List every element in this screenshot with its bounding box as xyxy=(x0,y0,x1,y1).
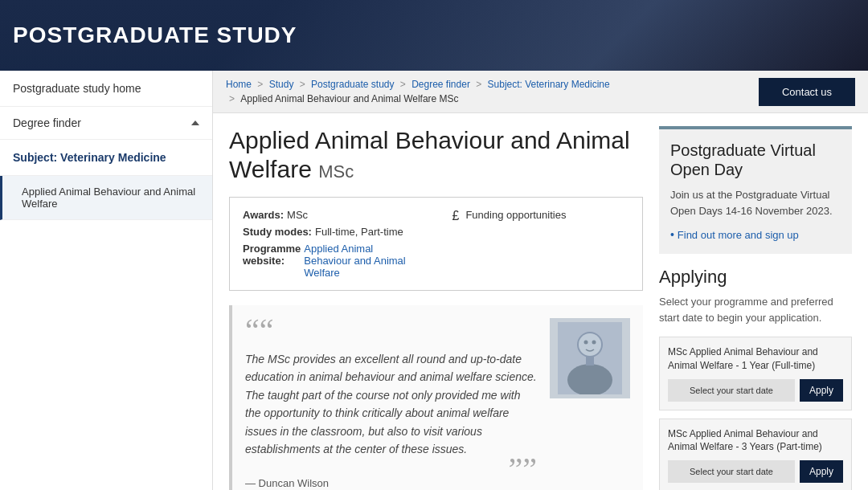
funding-row: £ Funding opportunities xyxy=(452,209,630,223)
applying-title: Applying xyxy=(659,267,852,288)
sidebar-subject-label: Subject: Veterinary Medicine xyxy=(0,140,212,176)
programme-website-link[interactable]: Applied Animal Behaviour and Animal Welf… xyxy=(304,243,420,279)
open-day-link[interactable]: Find out more and sign up xyxy=(678,229,799,241)
apply-card-fulltime-title: MSc Applied Animal Behaviour and Animal … xyxy=(668,345,843,373)
sidebar-item-postgrad-home[interactable]: Postgraduate study home xyxy=(0,71,212,107)
quote-close-icon: ”” xyxy=(245,461,537,477)
main-layout: Postgraduate study home Degree finder Su… xyxy=(0,71,868,490)
course-info-box: Awards: MSc Study modes: Full-time, Part… xyxy=(229,197,643,291)
quote-body: The MSc provides an excellent all round … xyxy=(245,350,537,458)
apply-button-parttime[interactable]: Apply xyxy=(800,460,843,483)
svg-rect-3 xyxy=(586,356,594,365)
study-modes-value: Full-time, Part-time xyxy=(315,226,403,238)
apply-button-fulltime[interactable]: Apply xyxy=(800,379,843,402)
study-modes-row: Study modes: Full-time, Part-time xyxy=(243,226,420,238)
programme-website-label: Programme website: xyxy=(243,243,301,267)
quote-attribution: — Duncan Wilson Applied Animal Behaviour… xyxy=(245,477,537,490)
svg-point-4 xyxy=(579,333,601,356)
sidebar: Postgraduate study home Degree finder Su… xyxy=(0,71,213,490)
open-day-title: Postgraduate Virtual Open Day xyxy=(670,141,841,179)
open-day-description: Join us at the Postgraduate Virtual Open… xyxy=(670,187,841,218)
chevron-up-icon xyxy=(191,120,199,125)
apply-card-fulltime: MSc Applied Animal Behaviour and Animal … xyxy=(659,337,852,410)
apply-card-fulltime-actions: Select your start date Apply xyxy=(668,379,843,402)
sidebar-current-page: Applied Animal Behaviour and Animal Welf… xyxy=(0,176,212,220)
page-title: POSTGRADUATE STUDY xyxy=(13,22,297,48)
study-modes-label: Study modes: xyxy=(243,226,312,238)
select-start-date-fulltime[interactable]: Select your start date xyxy=(668,379,795,402)
breadcrumb-home[interactable]: Home xyxy=(226,79,252,90)
apply-card-parttime: MSc Applied Animal Behaviour and Animal … xyxy=(659,419,852,490)
right-sidebar: Postgraduate Virtual Open Day Join us at… xyxy=(659,126,852,490)
select-start-date-parttime[interactable]: Select your start date xyxy=(668,460,795,483)
person-silhouette-icon xyxy=(558,322,622,394)
breadcrumb-current: Applied Animal Behaviour and Animal Welf… xyxy=(240,93,458,104)
apply-card-parttime-title: MSc Applied Animal Behaviour and Animal … xyxy=(668,427,843,455)
page-content-wrapper: Applied Animal Behaviour and Animal Welf… xyxy=(213,113,868,490)
svg-point-5 xyxy=(584,341,588,345)
pound-icon: £ xyxy=(452,209,460,223)
info-col-right: £ Funding opportunities xyxy=(452,209,630,279)
applying-section: Applying Select your programme and prefe… xyxy=(659,267,852,490)
content-area: Home > Study > Postgraduate study > Degr… xyxy=(213,71,868,490)
open-day-section: Postgraduate Virtual Open Day Join us at… xyxy=(659,126,852,254)
degree-suffix: MSc xyxy=(318,161,354,182)
info-columns: Awards: MSc Study modes: Full-time, Part… xyxy=(243,209,629,279)
awards-value: MSc xyxy=(287,209,308,221)
contact-button[interactable]: Contact us xyxy=(759,78,855,106)
awards-row: Awards: MSc xyxy=(243,209,420,221)
course-title: Applied Animal Behaviour and Animal Welf… xyxy=(229,126,643,184)
breadcrumb-study[interactable]: Study xyxy=(269,79,294,90)
breadcrumb-subject[interactable]: Subject: Veterinary Medicine xyxy=(488,79,610,90)
sidebar-degree-finder[interactable]: Degree finder xyxy=(0,107,212,140)
quote-photo xyxy=(550,318,630,398)
programme-website-row: Programme website: Applied Animal Behavi… xyxy=(243,243,420,279)
breadcrumb-bar: Home > Study > Postgraduate study > Degr… xyxy=(213,71,868,113)
quote-text-area: ““ The MSc provides an excellent all rou… xyxy=(245,318,537,490)
header-banner: POSTGRADUATE STUDY xyxy=(0,0,868,71)
quote-section: ““ The MSc provides an excellent all rou… xyxy=(229,305,643,490)
main-column: Applied Animal Behaviour and Animal Welf… xyxy=(229,126,643,490)
breadcrumb-postgrad-study[interactable]: Postgraduate study xyxy=(311,79,394,90)
quote-open-icon: ““ xyxy=(245,318,537,344)
apply-card-parttime-actions: Select your start date Apply xyxy=(668,460,843,483)
applying-description: Select your programme and preferred star… xyxy=(659,294,852,325)
funding-text: Funding opportunities xyxy=(465,209,566,221)
open-day-links: Find out more and sign up xyxy=(670,227,841,243)
quote-author-name: — Duncan Wilson xyxy=(245,477,537,489)
breadcrumb-degree-finder[interactable]: Degree finder xyxy=(411,79,470,90)
awards-label: Awards: xyxy=(243,209,284,221)
svg-point-6 xyxy=(592,341,596,345)
breadcrumb: Home > Study > Postgraduate study > Degr… xyxy=(226,77,610,106)
info-col-left: Awards: MSc Study modes: Full-time, Part… xyxy=(243,209,420,279)
